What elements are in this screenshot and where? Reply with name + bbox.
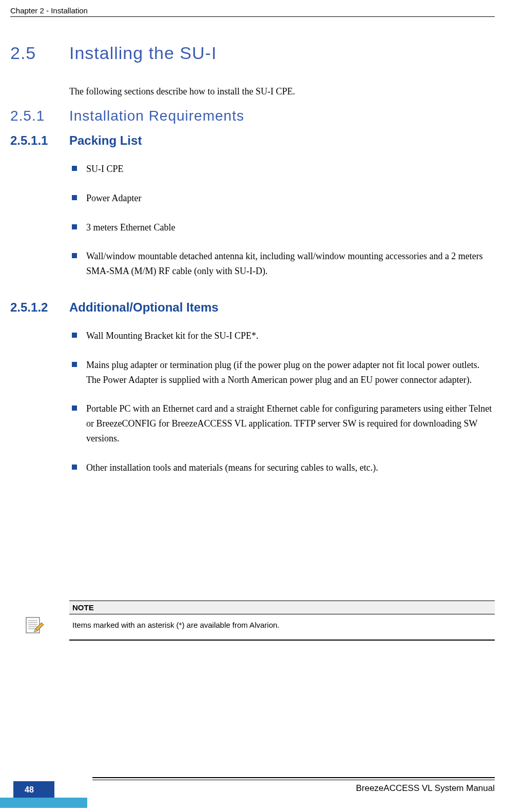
note-label: NOTE [69, 601, 495, 614]
section-2-5-1-1-title: Packing List [69, 133, 142, 148]
bullet-icon [72, 195, 77, 200]
section-2-5-1-1-number: 2.5.1.1 [10, 133, 48, 148]
list-item: Mains plug adapter or termination plug (… [72, 358, 495, 388]
footer-rule-thin [92, 780, 495, 780]
page-number: 48 [25, 785, 34, 795]
list-item: Power Adapter [72, 191, 495, 206]
intro-paragraph: The following sections describe how to i… [69, 86, 295, 97]
list-item-text: Other installation tools and materials (… [86, 460, 495, 475]
section-2-5-1-number: 2.5.1 [10, 108, 45, 124]
header-rule [10, 16, 495, 17]
bullet-icon [72, 405, 77, 411]
list-item-text: Portable PC with an Ethernet card and a … [86, 401, 495, 446]
list-item-text: 3 meters Ethernet Cable [86, 220, 495, 235]
list-item-text: Power Adapter [86, 191, 495, 206]
list-item-text: Wall/window mountable detached antenna k… [86, 249, 495, 279]
bullet-icon [72, 465, 77, 470]
bullet-icon [72, 166, 77, 171]
list-item-text: Mains plug adapter or termination plug (… [86, 358, 495, 388]
footer-manual-title: BreezeACCESS VL System Manual [356, 783, 495, 794]
list-item: SU-I CPE [72, 162, 495, 177]
list-item: Wall Mounting Bracket kit for the SU-I C… [72, 328, 495, 343]
note-pencil-icon [23, 613, 46, 638]
list-item: Other installation tools and materials (… [72, 460, 495, 475]
list-item-text: Wall Mounting Bracket kit for the SU-I C… [86, 328, 495, 343]
section-2-5-1-2-number: 2.5.1.2 [10, 300, 48, 315]
section-2-5-1-title: Installation Requirements [69, 108, 244, 124]
section-2-5-title: Installing the SU-I [69, 43, 217, 63]
list-item: 3 meters Ethernet Cable [72, 220, 495, 235]
section-2-5-number: 2.5 [10, 43, 36, 63]
bullet-icon [72, 224, 77, 229]
list-item: Wall/window mountable detached antenna k… [72, 249, 495, 279]
bullet-icon [72, 333, 77, 338]
page-number-badge [13, 781, 54, 798]
bullet-icon [72, 253, 77, 258]
note-text: Items marked with an asterisk (*) are av… [69, 614, 495, 641]
page-bar-accent [0, 798, 87, 808]
bullet-icon [72, 362, 77, 367]
footer-rule-thick [92, 777, 495, 778]
note-box: NOTE Items marked with an asterisk (*) a… [69, 601, 495, 641]
list-item: Portable PC with an Ethernet card and a … [72, 401, 495, 446]
section-2-5-1-2-title: Additional/Optional Items [69, 300, 219, 315]
list-item-text: SU-I CPE [86, 162, 495, 177]
chapter-header: Chapter 2 - Installation [10, 6, 88, 15]
